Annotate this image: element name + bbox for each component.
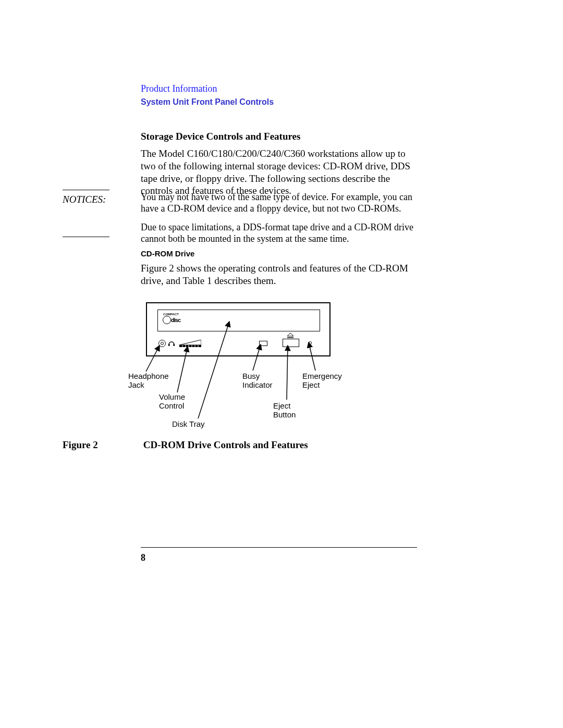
eject-button-icon [283, 339, 299, 347]
footer-rule [141, 547, 417, 548]
cdrom-subheading: CD-ROM Drive [141, 249, 194, 258]
document-page: Product Information System Unit Front Pa… [0, 0, 563, 728]
notices-para-2: Due to space limitations, a DDS-format t… [141, 222, 417, 245]
page-header: Product Information System Unit Front Pa… [141, 83, 417, 197]
section-title: Storage Device Controls and Features [141, 131, 417, 142]
figure-number: Figure 2 [63, 439, 141, 451]
notices-para-1: You may not have two of the same type of… [141, 192, 417, 215]
figure-cdrom-drive: COMPACT disc [141, 300, 349, 435]
callout-emergency-eject: EmergencyEject [302, 372, 342, 390]
notices-rule-bottom [63, 237, 109, 237]
eject-symbol-icon [286, 333, 295, 338]
svg-marker-10 [287, 333, 293, 336]
breadcrumb-product-info: Product Information [141, 83, 417, 94]
section-intro: The Model C160/C180/C200/C240/C360 works… [141, 147, 417, 197]
busy-indicator-icon [259, 341, 267, 346]
headphones-icon [168, 340, 175, 347]
callout-busy-indicator: BusyIndicator [242, 372, 273, 390]
callout-volume-control: VolumeControl [159, 392, 185, 411]
disk-tray-icon [157, 310, 320, 331]
breadcrumb-section: System Unit Front Panel Controls [141, 97, 417, 107]
callout-headphone-jack: HeadphoneJack [128, 372, 169, 390]
headphone-jack-icon [158, 340, 166, 347]
figure-caption-text: CD-ROM Drive Controls and Features [143, 439, 308, 450]
volume-control-icon [179, 340, 201, 347]
compact-disc-logo-icon: COMPACT disc [162, 313, 180, 327]
page-number: 8 [141, 552, 145, 563]
cdrom-drive-outline: COMPACT disc [146, 302, 331, 356]
svg-rect-0 [168, 344, 170, 346]
notices-block: You may not have two of the same type of… [141, 192, 417, 252]
callout-eject-button: EjectButton [273, 401, 296, 419]
svg-rect-1 [174, 344, 175, 346]
callout-disk-tray: Disk Tray [172, 419, 205, 428]
figure-caption: Figure 2 CD-ROM Drive Controls and Featu… [63, 439, 417, 451]
emergency-eject-hole-icon [309, 341, 312, 344]
cdrom-intro: Figure 2 shows the operating controls an… [141, 262, 417, 287]
svg-marker-2 [179, 340, 201, 345]
svg-rect-11 [287, 337, 293, 338]
notices-label: NOTICES: [63, 194, 106, 205]
notices-rule-top [63, 190, 109, 190]
